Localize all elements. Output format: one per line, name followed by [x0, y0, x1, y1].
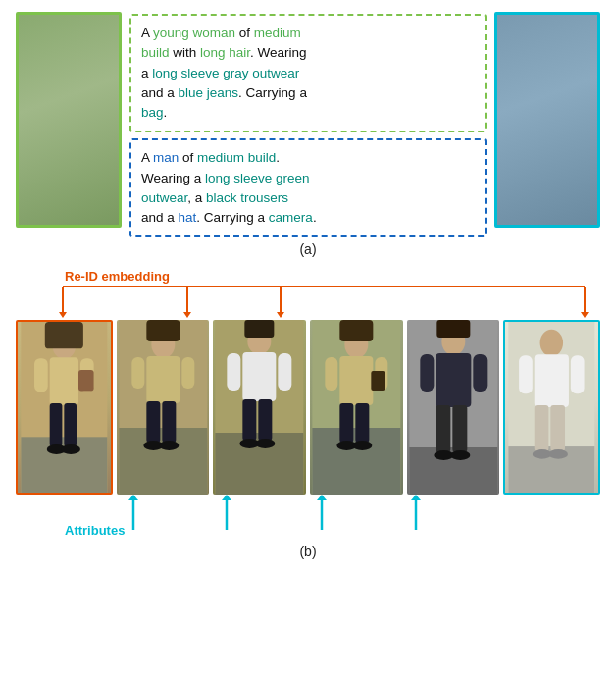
- svg-rect-41: [50, 403, 63, 446]
- svg-rect-69: [279, 353, 292, 391]
- svg-rect-54: [162, 401, 176, 443]
- svg-rect-47: [78, 370, 94, 392]
- svg-marker-29: [59, 312, 67, 318]
- svg-rect-40: [50, 357, 78, 405]
- subject-woman: young woman: [153, 26, 235, 40]
- text-prefix-2: A: [141, 150, 153, 165]
- text-period-2: .: [313, 210, 317, 225]
- text-and-2: and a: [141, 210, 179, 225]
- item-bag: bag: [141, 105, 164, 120]
- item-camera: camera: [269, 210, 313, 225]
- svg-point-44: [61, 444, 80, 454]
- person-image-left: [16, 12, 122, 228]
- svg-point-67: [256, 439, 276, 448]
- svg-rect-88: [452, 405, 467, 452]
- gallery-image-3: [310, 320, 403, 495]
- text-prefix-1: A: [141, 26, 153, 40]
- svg-rect-68: [228, 353, 241, 391]
- person-image-right: [494, 12, 600, 228]
- text-of-2: of: [179, 150, 197, 165]
- text-boxes-area: A young woman of mediumbuild with long h…: [129, 12, 487, 237]
- svg-rect-86: [436, 353, 471, 407]
- reid-arrows-svg: [16, 269, 600, 320]
- svg-marker-110: [411, 495, 421, 500]
- svg-rect-74: [339, 356, 373, 405]
- svg-rect-97: [535, 405, 549, 451]
- gallery-row: [16, 320, 600, 495]
- svg-rect-76: [355, 403, 369, 443]
- svg-rect-45: [34, 358, 48, 392]
- gallery-image-2: [213, 320, 306, 495]
- svg-rect-87: [436, 405, 450, 452]
- build-medium-2: medium build: [197, 150, 276, 165]
- svg-point-78: [352, 441, 372, 450]
- svg-rect-42: [64, 403, 77, 446]
- svg-rect-65: [259, 399, 273, 441]
- svg-rect-92: [473, 354, 487, 392]
- subject-man: man: [153, 150, 179, 165]
- svg-marker-108: [317, 495, 327, 500]
- text-with: with: [170, 45, 201, 60]
- svg-rect-98: [551, 405, 566, 451]
- svg-rect-51: [146, 320, 180, 341]
- svg-rect-39: [45, 322, 83, 348]
- svg-rect-37: [21, 438, 107, 494]
- top-section: A young woman of mediumbuild with long h…: [0, 0, 616, 237]
- gallery-image-0: [16, 320, 113, 495]
- svg-rect-75: [339, 403, 353, 443]
- svg-rect-53: [146, 401, 160, 443]
- svg-rect-79: [325, 357, 337, 391]
- svg-rect-102: [571, 355, 585, 393]
- svg-rect-91: [420, 354, 434, 392]
- item-hat: hat: [179, 210, 197, 225]
- text-comma: , a: [187, 190, 206, 205]
- svg-rect-81: [371, 371, 385, 391]
- svg-point-95: [540, 330, 563, 356]
- svg-rect-57: [131, 357, 144, 389]
- svg-marker-35: [581, 312, 589, 318]
- svg-rect-101: [519, 355, 533, 393]
- svg-rect-63: [243, 352, 277, 401]
- hair-long: long hair: [200, 45, 250, 60]
- gallery-image-1: [117, 320, 210, 495]
- svg-marker-33: [277, 312, 284, 318]
- text-and: and a: [141, 85, 179, 100]
- svg-rect-64: [243, 399, 257, 441]
- label-a: (a): [0, 237, 616, 265]
- svg-point-90: [450, 450, 470, 460]
- svg-marker-31: [183, 312, 191, 318]
- gallery-image-4: [407, 320, 500, 495]
- description-box-blue: A man of medium build.Wearing a long sle…: [129, 138, 487, 237]
- text-of: of: [235, 26, 254, 40]
- reid-arrows-area: Re-ID embedding: [16, 269, 600, 320]
- text-carrying-2: . Carrying a: [196, 210, 269, 225]
- svg-rect-52: [146, 356, 180, 403]
- svg-rect-62: [245, 320, 275, 338]
- svg-marker-106: [222, 495, 231, 500]
- svg-marker-104: [128, 495, 138, 500]
- svg-point-56: [159, 441, 179, 450]
- description-box-green: A young woman of mediumbuild with long h…: [129, 14, 487, 132]
- text-carrying: . Carrying a: [238, 85, 307, 100]
- bottom-section: Re-ID embedding: [0, 269, 616, 559]
- pants-black: black trousers: [206, 190, 288, 205]
- svg-point-100: [549, 449, 569, 459]
- svg-rect-73: [339, 320, 373, 341]
- svg-rect-58: [181, 357, 194, 389]
- attr-arrows-area: Attributes: [16, 495, 600, 540]
- outfit-gray: long sleeve gray outwear: [152, 66, 299, 80]
- svg-rect-85: [436, 320, 470, 338]
- text-period-1: .: [164, 105, 168, 120]
- gallery-image-5: [503, 320, 600, 495]
- svg-rect-96: [535, 354, 569, 407]
- pants-blue: blue jeans: [179, 85, 239, 100]
- label-b: (b): [16, 540, 600, 559]
- attr-label: Attributes: [65, 523, 125, 538]
